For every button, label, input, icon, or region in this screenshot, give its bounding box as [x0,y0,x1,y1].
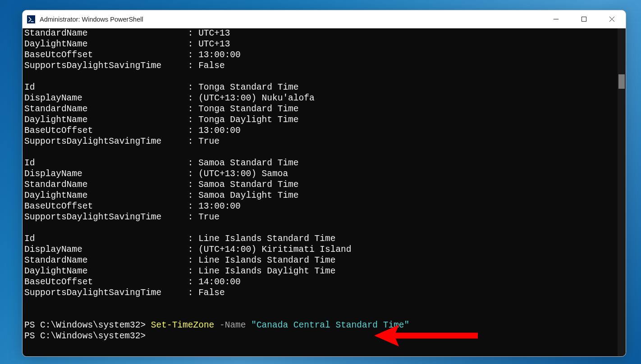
output-value: True [198,212,220,223]
output-value: Tonga Daylight Time [198,115,298,126]
output-row: DaylightName : Line Islands Daylight Tim… [24,266,616,277]
output-value: Tonga Standard Time [198,104,298,115]
output-key: BaseUtcOffset [24,277,183,288]
prompt-path: PS C:\Windows\system32> [24,320,151,331]
output-row: SupportsDaylightSavingTime : True [24,136,616,147]
output-value: Samoa Standard Time [198,180,298,191]
output-row: DaylightName : Samoa Daylight Time [24,191,616,201]
output-key: StandardName [24,180,183,191]
output-row: Id : Samoa Standard Time [24,158,616,169]
output-row: SupportsDaylightSavingTime : False [24,288,616,299]
output-value: False [198,61,225,72]
output-key: DaylightName [24,115,183,126]
output-key: StandardName [24,104,183,115]
cmdlet-name: Set-TimeZone [151,320,214,331]
scrollbar-track[interactable] [618,28,626,356]
output-row: DaylightName : UTC+13 [24,39,616,50]
output-value: True [198,136,220,147]
output-key: BaseUtcOffset [24,201,183,212]
output-value: 13:00:00 [198,50,241,61]
output-key: DisplayName [24,93,183,104]
output-row: BaseUtcOffset : 13:00:00 [24,50,616,61]
output-row: BaseUtcOffset : 14:00:00 [24,277,616,288]
output-key: SupportsDaylightSavingTime [24,288,183,299]
output-value: Samoa Standard Time [198,158,298,169]
output-key: SupportsDaylightSavingTime [24,61,183,72]
output-row: DaylightName : Tonga Daylight Time [24,115,616,126]
powershell-icon [27,15,35,23]
output-value: False [198,288,225,299]
minimize-button[interactable] [542,10,570,28]
prompt-line[interactable]: PS C:\Windows\system32> [24,331,616,342]
output-value: Line Islands Daylight Time [198,266,335,277]
output-value: (UTC+13:00) Nuku'alofa [198,93,314,104]
output-key: DaylightName [24,191,183,201]
output-row: SupportsDaylightSavingTime : False [24,61,616,72]
output-row: BaseUtcOffset : 13:00:00 [24,126,616,136]
output-key: DaylightName [24,39,183,50]
prompt-path: PS C:\Windows\system32> [24,331,146,342]
output-value: 13:00:00 [198,201,241,212]
output-value: Tonga Standard Time [198,82,298,93]
output-row: DisplayName : (UTC+14:00) Kiritimati Isl… [24,245,616,255]
output-value: (UTC+13:00) Samoa [198,169,288,180]
close-button[interactable] [598,10,626,28]
cmdlet-arg: "Canada Central Standard Time" [251,320,409,331]
output-row: DisplayName : (UTC+13:00) Samoa [24,169,616,180]
output-value: Line Islands Standard Time [198,255,335,266]
output-key: StandardName [24,255,183,266]
output-value: 13:00:00 [198,126,241,136]
output-row: StandardName : Samoa Standard Time [24,180,616,191]
output-key: SupportsDaylightSavingTime [24,136,183,147]
output-key: BaseUtcOffset [24,50,183,61]
output-row: Id : Line Islands Standard Time [24,234,616,245]
output-key: DisplayName [24,169,183,180]
output-value: Line Islands Standard Time [198,234,335,245]
output-value: UTC+13 [198,39,230,50]
output-key: StandardName [24,28,183,39]
svg-rect-0 [581,17,586,22]
output-key: Id [24,158,183,169]
output-value: (UTC+14:00) Kiritimati Island [198,245,351,255]
output-key: DaylightName [24,266,183,277]
output-key: SupportsDaylightSavingTime [24,212,183,223]
output-row: StandardName : Line Islands Standard Tim… [24,255,616,266]
maximize-button[interactable] [570,10,598,28]
window-controls [542,10,626,28]
output-row: Id : Tonga Standard Time [24,82,616,93]
output-key: Id [24,82,183,93]
output-key: Id [24,234,183,245]
output-row: SupportsDaylightSavingTime : True [24,212,616,223]
output-row: StandardName : Tonga Standard Time [24,104,616,115]
cmdlet-param: -Name [214,320,251,331]
scrollbar-thumb[interactable] [618,74,625,89]
output-value: UTC+13 [198,28,230,39]
output-row: BaseUtcOffset : 13:00:00 [24,201,616,212]
output-key: BaseUtcOffset [24,126,183,136]
titlebar[interactable]: Administrator: Windows PowerShell [23,10,626,28]
output-row: DisplayName : (UTC+13:00) Nuku'alofa [24,93,616,104]
output-value: Samoa Daylight Time [198,191,298,201]
window-title: Administrator: Windows PowerShell [40,16,143,23]
output-row: StandardName : UTC+13 [24,28,616,39]
output-value: 14:00:00 [198,277,241,288]
output-key: DisplayName [24,245,183,255]
terminal-output-area[interactable]: StandardName : UTC+13DaylightName : UTC+… [23,28,618,356]
powershell-window: Administrator: Windows PowerShell Standa… [22,10,626,357]
prompt-line[interactable]: PS C:\Windows\system32> Set-TimeZone -Na… [24,320,616,331]
